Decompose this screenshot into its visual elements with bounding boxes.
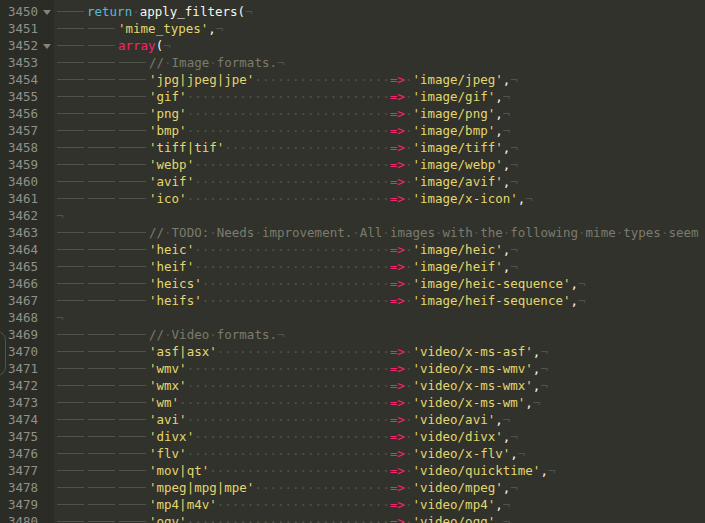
line-content[interactable]: //·TODO:·Needs·improvement.·All·images·w… (54, 224, 705, 241)
code-line[interactable]: 3468¬ (0, 309, 705, 326)
tab-guide (87, 428, 118, 445)
line-content[interactable]: 'heif'··························=>·'imag… (54, 258, 705, 275)
fold-arrow-icon[interactable] (43, 10, 51, 15)
line-content[interactable]: 'gif'···························=>·'imag… (54, 88, 705, 105)
token-comment: formats. (217, 327, 277, 342)
tab-guide (56, 139, 87, 156)
code-line[interactable]: 3478'mpeg|mpg|mpe'··················=>·'… (0, 479, 705, 496)
code-line[interactable]: 3460'avif'··························=>·'… (0, 173, 705, 190)
line-content[interactable]: array(¬ (54, 37, 705, 54)
line-content[interactable]: 'heics'·························=>·'imag… (54, 275, 705, 292)
code-line[interactable]: 3475'divx'··························=>·'… (0, 428, 705, 445)
code-line[interactable]: 3471'wmv'···························=>·'… (0, 360, 705, 377)
newline-mark: ¬ (548, 463, 556, 478)
line-content[interactable]: 'tiff|tif'······················=>·'imag… (54, 139, 705, 156)
code-line[interactable]: 3451'mime_types',¬ (0, 20, 705, 37)
line-number: 3453 (0, 54, 38, 71)
tab-guide (87, 156, 118, 173)
line-content[interactable]: 'avif'··························=>·'imag… (54, 173, 705, 190)
code-line[interactable]: 3469//·Video·formats.¬ (0, 326, 705, 343)
line-content[interactable]: 'ogv'···························=>·'vide… (54, 513, 705, 523)
code-line[interactable]: 3474'avi'···························=>·'… (0, 411, 705, 428)
newline-mark: ¬ (518, 446, 526, 461)
code-line[interactable]: 3457'bmp'···························=>·'… (0, 122, 705, 139)
fold-column[interactable] (38, 3, 54, 20)
fold-column[interactable] (38, 37, 54, 54)
token-string: 'video/x-ms-wmx' (412, 378, 532, 393)
code-line[interactable]: 3456'png'···························=>·'… (0, 105, 705, 122)
tab-guide (56, 105, 87, 122)
tab-guide (87, 377, 118, 394)
code-line[interactable]: 3467'heifs'·························=>·'… (0, 292, 705, 309)
tab-guide (87, 292, 118, 309)
tab-guide (118, 156, 149, 173)
line-content[interactable]: //·Image·formats.¬ (54, 54, 705, 71)
line-number: 3460 (0, 173, 38, 190)
code-line[interactable]: 3479'mp4|m4v'·······················=>·'… (0, 496, 705, 513)
code-line[interactable]: 3463//·TODO:·Needs·improvement.·All·imag… (0, 224, 705, 241)
code-line[interactable]: 3466'heics'·························=>·'… (0, 275, 705, 292)
token-string: 'tiff|tif' (149, 140, 224, 155)
code-line[interactable]: 3453//·Image·formats.¬ (0, 54, 705, 71)
fold-arrow-icon[interactable] (43, 44, 51, 49)
code-line[interactable]: 3452array(¬ (0, 37, 705, 54)
code-line[interactable]: 3455'gif'···························=>·'… (0, 88, 705, 105)
line-content[interactable]: //·Video·formats.¬ (54, 326, 705, 343)
token-punctuation: , (208, 21, 216, 36)
newline-mark: ¬ (533, 395, 541, 410)
tab-guide (87, 496, 118, 513)
code-line[interactable]: 3461'ico'···························=>·'… (0, 190, 705, 207)
line-content[interactable]: 'heifs'·························=>·'imag… (54, 292, 705, 309)
line-content[interactable]: 'heic'··························=>·'imag… (54, 241, 705, 258)
whitespace-dots: ·························· (194, 259, 390, 274)
line-content[interactable]: 'mime_types',¬ (54, 20, 705, 37)
token-operator: => (390, 514, 405, 523)
line-content[interactable]: 'mp4|m4v'·······················=>·'vide… (54, 496, 705, 513)
code-line[interactable]: 3470'asf|asx'·······················=>·'… (0, 343, 705, 360)
newline-mark: ¬ (503, 497, 511, 512)
token-operator: => (390, 395, 405, 410)
code-line[interactable]: 3462¬ (0, 207, 705, 224)
code-line[interactable]: 3464'heic'··························=>·'… (0, 241, 705, 258)
line-content[interactable]: return·apply_filters(¬ (54, 3, 705, 20)
tab-guide (56, 3, 87, 20)
whitespace-dots: ··························· (187, 89, 390, 104)
whitespace-dots: ··························· (187, 106, 390, 121)
token-string: 'image/png' (412, 106, 495, 121)
line-content[interactable]: 'avi'···························=>·'vide… (54, 411, 705, 428)
tab-guide (87, 479, 118, 496)
line-content[interactable]: 'asf|asx'·······················=>·'vide… (54, 343, 705, 360)
code-line[interactable]: 3472'wmx'···························=>·'… (0, 377, 705, 394)
code-line[interactable]: 3459'webp'··························=>·'… (0, 156, 705, 173)
line-content[interactable]: ¬ (54, 207, 705, 224)
line-content[interactable]: 'flv'···························=>·'vide… (54, 445, 705, 462)
line-content[interactable]: 'webp'··························=>·'imag… (54, 156, 705, 173)
code-line[interactable]: 3476'flv'···························=>·'… (0, 445, 705, 462)
code-line[interactable]: 3454'jpg|jpeg|jpe'··················=>·'… (0, 71, 705, 88)
line-content[interactable]: 'ico'···························=>·'imag… (54, 190, 705, 207)
tab-guide (56, 88, 87, 105)
line-content[interactable]: 'wmv'···························=>·'vide… (54, 360, 705, 377)
token-comment: mime (586, 225, 616, 240)
token-string: 'heics' (149, 276, 202, 291)
line-content[interactable]: 'png'···························=>·'imag… (54, 105, 705, 122)
line-content[interactable]: 'wm'····························=>·'vide… (54, 394, 705, 411)
tab-guide (56, 173, 87, 190)
code-line[interactable]: 3477'mov|qt'························=>·'… (0, 462, 705, 479)
code-line[interactable]: 3450return·apply_filters(¬ (0, 3, 705, 20)
tab-guide (118, 258, 149, 275)
line-content[interactable]: 'mov|qt'························=>·'vide… (54, 462, 705, 479)
line-content[interactable]: 'mpeg|mpg|mpe'··················=>·'vide… (54, 479, 705, 496)
line-content[interactable]: 'divx'··························=>·'vide… (54, 428, 705, 445)
code-line[interactable]: 3458'tiff|tif'······················=>·'… (0, 139, 705, 156)
code-line[interactable]: 3473'wm'····························=>·'… (0, 394, 705, 411)
code-surface[interactable]: 3450return·apply_filters(¬3451'mime_type… (0, 0, 705, 523)
code-editor[interactable]: 3450return·apply_filters(¬3451'mime_type… (0, 0, 705, 523)
line-content[interactable]: 'wmx'···························=>·'vide… (54, 377, 705, 394)
code-line[interactable]: 3480'ogv'···························=>·'… (0, 513, 705, 523)
line-content[interactable]: 'jpg|jpeg|jpe'··················=>·'imag… (54, 71, 705, 88)
line-content[interactable]: 'bmp'···························=>·'imag… (54, 122, 705, 139)
line-content[interactable]: ¬ (54, 309, 705, 326)
code-line[interactable]: 3465'heif'··························=>·'… (0, 258, 705, 275)
tab-guide (118, 343, 149, 360)
